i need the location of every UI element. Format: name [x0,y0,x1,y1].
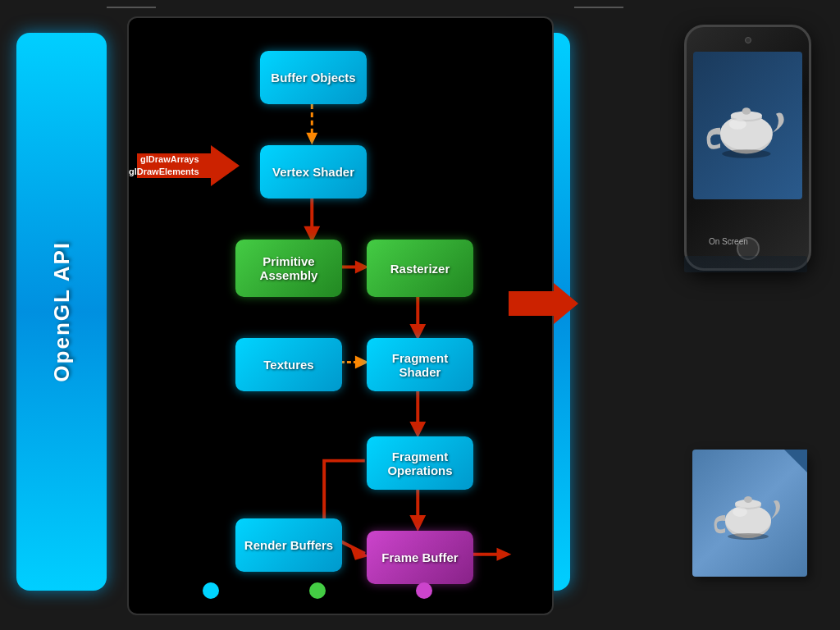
teapot-doc [709,481,791,546]
vertex-shader-box: Vertex Shader [260,145,367,199]
opengl-api-bar: OpenGL API [16,33,107,591]
svg-marker-13 [409,515,426,532]
render-buffers-box: Render Buffers [235,518,342,572]
svg-marker-18 [497,548,512,561]
svg-point-27 [722,149,771,158]
vertex-shader-label: Vertex Shader [272,165,354,179]
buffer-objects-box: Buffer Objects [260,51,367,104]
doc-container [692,450,815,581]
render-buffers-label: Render Buffers [244,538,333,552]
svg-point-25 [742,107,751,115]
primitive-assembly-label: Primitive Assembly [242,254,336,282]
buffer-objects-label: Buffer Objects [271,71,355,84]
phone-container: On Screen [684,25,824,287]
svg-point-32 [744,496,752,503]
svg-marker-11 [409,422,426,438]
pipeline-diagram: Buffer Objects Vertex Shader Primitive A… [127,16,554,615]
phone-camera [745,37,751,43]
phone-screen [693,52,802,199]
fragment-operations-label: Fragment Operations [373,450,467,477]
rasterizer-box: Rasterizer [367,240,473,297]
frame-buffer-label: Frame Buffer [381,550,458,564]
fragment-shader-box: Fragment Shader [367,338,473,391]
doc-body [692,450,807,577]
deco-line-2 [574,7,623,8]
dot-purple [416,582,432,599]
primitive-assembly-box: Primitive Assembly [235,240,342,297]
gldraw-text: glDrawArraysglDrawElements [129,154,199,176]
svg-marker-1 [306,133,317,145]
fragment-shader-label: Fragment Shader [373,351,467,379]
egl-arrow-right [509,279,582,328]
svg-point-34 [728,533,769,540]
dot-green [309,582,326,599]
svg-point-29 [725,505,771,535]
doc-fold [784,450,807,472]
svg-point-26 [728,119,746,130]
svg-marker-20 [509,283,578,324]
on-screen-label: On Screen [709,237,748,246]
textures-label: Textures [263,358,313,372]
rasterizer-label: Rasterizer [390,262,450,276]
deco-line-1 [107,7,156,8]
svg-point-33 [733,507,747,517]
textures-box: Textures [235,338,342,391]
gldraw-label: glDrawArraysglDrawElements [129,153,204,179]
dot-cyan [203,582,219,599]
fragment-operations-box: Fragment Operations [367,436,473,490]
svg-line-14 [340,541,365,554]
phone-body [684,25,811,271]
teapot-phone [703,91,793,161]
phone-reflection [684,256,807,272]
opengl-api-label: OpenGL API [49,241,75,382]
frame-buffer-box: Frame Buffer [367,531,473,584]
